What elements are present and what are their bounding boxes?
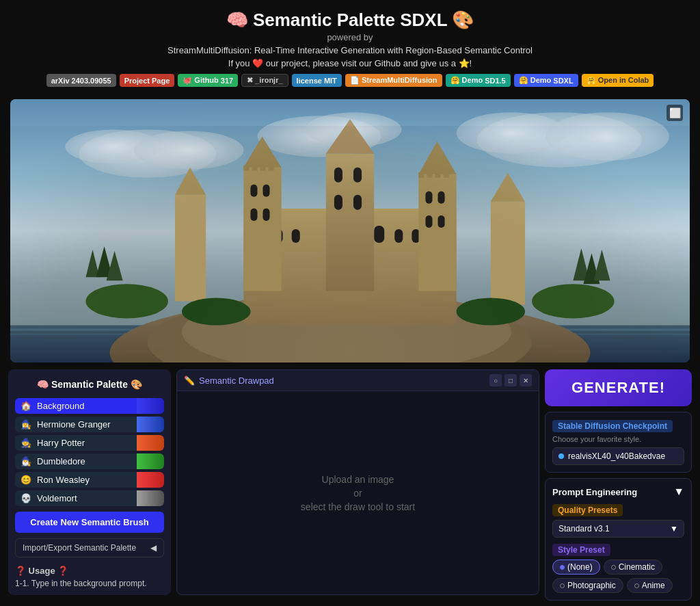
badge-project[interactable]: Project Page [120,74,175,87]
heart-line: If you ❤️ our project, please visit our … [7,58,693,68]
drawpad-btn-circle[interactable]: ○ [489,374,502,386]
background-icon: 🏠 [21,401,31,411]
prompt-title: Prompt Engineering [552,487,637,497]
voldemort-label: Voldemort [37,493,77,503]
svg-rect-43 [425,192,432,204]
svg-rect-53 [260,166,265,171]
style-photographic[interactable]: Photographic [552,578,623,593]
checkpoint-select[interactable]: realvisXL40_v40Bakedvae [552,447,684,465]
brush-item-dumbledore[interactable]: 🧙‍♂️ Dumbledore [15,453,164,469]
style-anime[interactable]: Anime [627,578,673,593]
style-cinematic[interactable]: Cinematic [604,559,662,575]
svg-rect-24 [292,229,300,243]
usage-section: ❓ Usage ❓ 1-1. Type in the background pr… [15,566,164,588]
drawpad-icon: ✏️ [184,376,195,386]
svg-rect-45 [425,215,432,228]
badge-twitter[interactable]: ✖ _ironjr_ [241,74,288,87]
svg-rect-29 [326,154,374,291]
badge-demo-sdxl[interactable]: 🤗 Demo SDXL [514,74,578,87]
svg-rect-40 [262,209,269,221]
badge-demo-sd15[interactable]: 🤗 Demo SD1.5 [446,74,511,87]
brush-item-hermione[interactable]: 🧙‍♀️ Hermione Granger [15,417,164,432]
svg-point-6 [134,131,244,169]
svg-rect-46 [438,215,445,228]
dumbledore-swatch [137,453,164,469]
style-label: Style Preset [552,544,610,556]
castle-svg [10,99,690,363]
usage-title: ❓ Usage ❓ [15,566,164,576]
brush-item-background[interactable]: 🏠 Background [15,398,164,414]
ron-icon: 😊 [21,475,31,485]
badge-license[interactable]: license MIT [292,74,342,87]
svg-point-59 [85,284,167,318]
generate-button[interactable]: GENERATE! [545,369,692,406]
harry-icon: 🧙 [21,438,31,448]
svg-point-61 [182,298,250,325]
badge-colab[interactable]: 🤗 Open in Colab [582,74,654,87]
select-tool-text: select the draw tool to start [301,501,415,512]
drawpad-content: Upload an image or select the draw tool … [177,391,539,594]
usage-text: 1-1. Type in the background prompt. [15,579,164,588]
svg-rect-37 [250,185,257,197]
svg-rect-49 [491,202,525,305]
subtitle: StreamMultiDiffusion: Real-Time Interact… [7,45,693,55]
voldemort-swatch [137,490,164,506]
hermione-swatch [137,417,164,432]
prompt-header: Prompt Engineering ▼ [552,486,684,498]
svg-rect-52 [252,166,257,171]
style-photographic-dot [560,583,565,588]
svg-rect-58 [444,172,449,178]
prompt-chevron: ▼ [673,486,684,498]
checkpoint-section: Stable Diffusion Checkpoint Choose your … [545,412,692,473]
import-export-section[interactable]: Import/Export Semantic Palette ◀ [15,538,164,557]
checkpoint-dot [558,453,564,459]
style-anime-dot [634,583,639,588]
style-none-dot [560,565,565,570]
drawpad-title: ✏️ Semantic Drawpad [184,376,274,386]
badge-github[interactable]: 🐙 Github 317 [178,74,238,87]
background-swatch [137,398,164,414]
svg-rect-26 [374,226,384,243]
badge-arxiv[interactable]: arXiv 2403.09055 [46,74,116,87]
dumbledore-label: Dumbledore [37,456,85,466]
drawpad-btn-close[interactable]: ✕ [520,374,532,386]
right-panel: GENERATE! Stable Diffusion Checkpoint Ch… [545,369,692,595]
or-text: or [353,488,362,499]
background-label: Background [37,401,84,411]
svg-rect-57 [435,172,441,178]
drawpad-header: ✏️ Semantic Drawpad ○ □ ✕ [177,370,539,391]
svg-rect-38 [262,185,269,197]
import-export-chevron: ◀ [150,543,157,553]
hermione-label: Hermione Granger [37,419,111,430]
hermione-icon: 🧙‍♀️ [21,419,31,430]
svg-rect-41 [418,174,456,291]
page-title: 🧠 Semantic Palette SDXL 🎨 [7,10,693,31]
brush-item-voldemort[interactable]: 💀 Voldemort [15,490,164,506]
style-anime-label: Anime [642,581,665,590]
brush-item-ron[interactable]: 😊 Ron Weasley [15,472,164,488]
bottom-section: 🧠 Semantic Palette 🎨 🏠 Background 🧙‍♀️ H… [0,369,700,595]
badge-paper[interactable]: 📄 StreamMultiDiffusion [345,74,442,87]
svg-point-3 [546,112,669,160]
svg-rect-56 [427,172,432,178]
svg-rect-39 [250,209,257,221]
svg-rect-34 [353,195,362,210]
semantic-palette-panel: 🧠 Semantic Palette 🎨 🏠 Background 🧙‍♀️ H… [8,369,171,595]
dumbledore-icon: 🧙‍♂️ [21,456,31,466]
harry-label: Harry Potter [37,438,85,448]
create-brush-button[interactable]: Create New Semantic Brush [15,512,164,533]
upload-text: Upload an image [322,474,394,485]
quality-value: Standard v3.1 [558,524,670,533]
svg-rect-33 [334,195,342,210]
style-none[interactable]: (None) [552,559,600,575]
drawpad-controls: ○ □ ✕ [489,374,532,386]
drawpad-btn-square[interactable]: □ [504,374,517,386]
brush-item-harry[interactable]: 🧙 Harry Potter [15,435,164,451]
quality-select[interactable]: Standard v3.1 ▼ [552,520,684,538]
hero-watermark: ⬜ [667,105,683,121]
ron-swatch [137,472,164,488]
style-photographic-label: Photographic [567,581,616,590]
header: 🧠 Semantic Palette SDXL 🎨 powered by Str… [0,0,700,92]
palette-title: 🧠 Semantic Palette 🎨 [15,376,164,393]
semantic-drawpad-panel: ✏️ Semantic Drawpad ○ □ ✕ Upload an imag… [176,369,539,595]
